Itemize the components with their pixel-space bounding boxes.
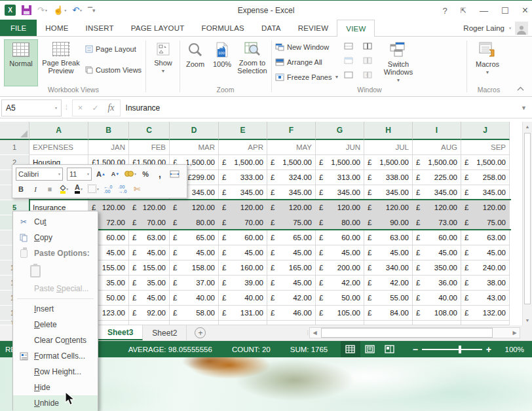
row-header-1[interactable]: 1 [0,140,29,155]
cell-G3[interactable]: £313.00 [316,170,364,185]
cell-E7[interactable]: £70.00 [219,215,267,230]
cell-E11[interactable]: £39.00 [219,276,267,291]
menu-item-insert[interactable]: Insert [13,301,98,317]
arrange-all-button[interactable]: Arrange All [275,55,322,69]
insert-function-icon[interactable]: fx [107,103,114,113]
column-header-h[interactable]: H [364,122,413,140]
cell-G1[interactable]: JUN [316,140,364,155]
new-sheet-icon[interactable]: + [195,327,206,338]
scroll-right-icon[interactable]: ▶ [510,330,520,336]
hide-window-button[interactable] [343,54,354,66]
cell-C14[interactable] [129,321,170,325]
split-button[interactable] [343,40,354,52]
custom-views-button[interactable]: Custom Views [85,63,142,77]
normal-view-button[interactable]: Normal [4,39,38,86]
cell-H11[interactable]: £42.00 [364,276,413,291]
cell-J11[interactable]: £38.00 [461,276,510,291]
cell-F4[interactable]: £345.00 [267,185,316,200]
cell-F12[interactable]: £42.00 [267,291,316,306]
cell-E10[interactable]: £160.00 [219,260,267,276]
cell-D1[interactable]: MAR [170,140,219,155]
page-break-shortcut[interactable] [380,341,400,357]
cell-H8[interactable]: £63.00 [364,230,413,245]
column-header-g[interactable]: G [316,122,364,140]
zoom-percentage[interactable]: 100% [498,346,532,353]
cell-J14[interactable] [461,321,510,325]
scroll-up-icon[interactable]: ▲ [523,122,532,132]
cell-I2[interactable]: £1,500.00 [413,155,461,170]
cell-F7[interactable]: £75.00 [267,215,316,230]
column-header-a[interactable]: A [29,122,88,140]
cell-J12[interactable]: £43.00 [461,291,510,306]
cell-J1[interactable]: SEP [461,140,510,155]
menu-item-format-cells[interactable]: Format Cells... [13,348,98,364]
cell-D5[interactable]: £120.00 [170,200,219,215]
horizontal-scrollbar[interactable]: ◀ ▶ [309,327,520,338]
macros-button[interactable]: Macros ▼ [470,39,504,86]
decrease-font-icon[interactable]: A▼ [110,168,121,181]
cell-F1[interactable]: MAY [267,140,316,155]
page-layout-button[interactable]: Page Layout [85,42,136,56]
cell-I10[interactable]: £350.00 [413,260,461,276]
vertical-scrollbar[interactable]: ▲ ▼ [522,122,532,325]
cell-J9[interactable]: £45.00 [461,245,510,260]
cell-A1[interactable]: EXPENSES [29,140,88,155]
column-header-j[interactable]: J [461,122,510,140]
borders-icon[interactable]: ▾ [88,183,99,196]
cell-G4[interactable]: £345.00 [316,185,364,200]
scroll-down-icon[interactable]: ▼ [523,315,532,325]
bold-icon[interactable]: B [16,183,26,196]
tab-home[interactable]: HOME [37,20,77,36]
sheet-tab-sheet2[interactable]: Sheet2 [143,325,187,340]
cell-F3[interactable]: £324.00 [267,170,316,185]
cell-F13[interactable]: £46.00 [267,306,316,321]
cell-J3[interactable]: £258.00 [461,170,510,185]
font-color-icon[interactable]: A▾ [73,183,84,196]
view-side-by-side-button[interactable] [362,40,373,52]
cell-G11[interactable]: £42.00 [316,276,364,291]
cell-H7[interactable]: £90.00 [364,215,413,230]
cell-D7[interactable]: £80.00 [170,215,219,230]
menu-item-paste[interactable] [13,261,98,281]
cell-J4[interactable]: £345.00 [461,185,510,200]
freeze-panes-button[interactable]: Freeze Panes ▼ [275,70,339,84]
cell-G2[interactable]: £1,500.00 [316,155,364,170]
cell-J10[interactable]: £240.00 [461,260,510,276]
zoom-slider-thumb[interactable] [459,346,461,353]
select-all-corner[interactable] [0,122,29,140]
cell-D13[interactable]: £58.00 [170,306,219,321]
help-icon[interactable]: ? [443,6,447,16]
menu-item-cut[interactable]: ✂Cut [13,214,98,230]
tab-formulas[interactable]: FORMULAS [193,20,253,36]
cell-H13[interactable]: £84.00 [364,306,413,321]
cell-I11[interactable]: £36.00 [413,276,461,291]
zoom-button[interactable]: Zoom [182,39,208,86]
tab-data[interactable]: DATA [253,20,290,36]
cell-C1[interactable]: FEB [129,140,170,155]
cell-F10[interactable]: £165.00 [267,260,316,276]
cell-E8[interactable]: £60.00 [219,230,267,245]
menu-item-delete[interactable]: Delete [13,317,98,332]
cell-F2[interactable]: £1,500.00 [267,155,316,170]
cell-I9[interactable]: £45.00 [413,245,461,260]
cell-D8[interactable]: £65.00 [170,230,219,245]
cell-D9[interactable]: £45.00 [170,245,219,260]
cell-E4[interactable]: £345.00 [219,185,267,200]
cell-E14[interactable] [219,321,267,325]
center-icon[interactable]: ≡ [45,183,55,196]
menu-item-paste-special[interactable]: Paste Special... [13,281,98,296]
user-name[interactable]: Roger Laing [463,24,504,32]
menu-item-hide[interactable]: Hide [13,380,98,395]
cell-E5[interactable]: £120.00 [219,200,267,215]
tab-insert[interactable]: INSERT [77,20,123,36]
cell-G13[interactable]: £105.00 [316,306,364,321]
cell-I13[interactable]: £108.00 [413,306,461,321]
cell-C11[interactable]: £35.00 [129,276,170,291]
cell-F8[interactable]: £65.00 [267,230,316,245]
cell-I3[interactable]: £225.00 [413,170,461,185]
sheet-tab-sheet3[interactable]: Sheet3 [98,325,143,340]
column-header-c[interactable]: C [129,122,170,140]
cell-E3[interactable]: £333.00 [219,170,267,185]
show-button[interactable]: Show ▼ [149,39,177,86]
cell-J2[interactable]: £1,500.00 [461,155,510,170]
